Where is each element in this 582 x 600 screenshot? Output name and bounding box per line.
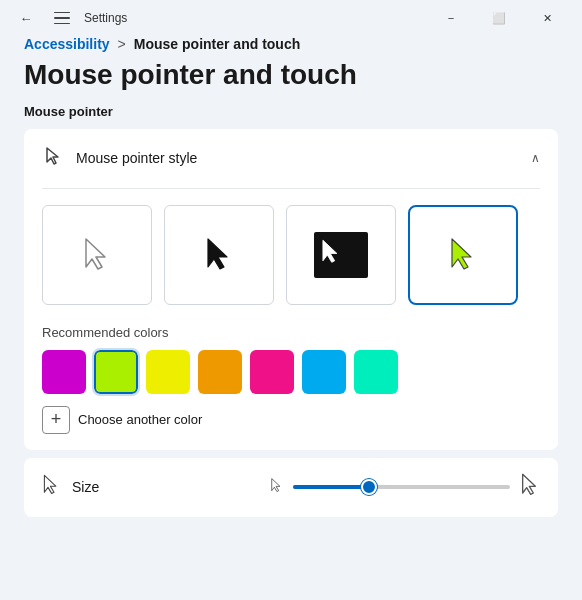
- color-swatch-3[interactable]: [198, 350, 242, 394]
- window-title: Settings: [84, 11, 127, 25]
- cursor-option-white[interactable]: [42, 205, 152, 305]
- minimize-button[interactable]: −: [428, 2, 474, 34]
- titlebar: ← Settings − ⬜ ✕: [0, 0, 582, 36]
- color-swatches: [42, 350, 540, 394]
- plus-icon: +: [42, 406, 70, 434]
- maximize-button[interactable]: ⬜: [476, 2, 522, 34]
- window-controls: − ⬜ ✕: [428, 2, 570, 34]
- colors-label: Recommended colors: [42, 325, 540, 340]
- breadcrumb-link[interactable]: Accessibility: [24, 36, 110, 52]
- style-card-title: Mouse pointer style: [76, 150, 197, 166]
- back-button[interactable]: ←: [12, 4, 40, 32]
- breadcrumb-current: Mouse pointer and touch: [134, 36, 300, 52]
- size-label: Size: [72, 479, 99, 495]
- mouse-pointer-label: Mouse pointer: [24, 104, 558, 119]
- breadcrumb-separator: >: [118, 36, 126, 52]
- cursor-option-black[interactable]: [164, 205, 274, 305]
- slider-fill: [293, 485, 369, 489]
- color-swatch-5[interactable]: [302, 350, 346, 394]
- size-cursor-icon: [42, 474, 60, 501]
- color-swatch-6[interactable]: [354, 350, 398, 394]
- style-card: Mouse pointer style ∧: [24, 129, 558, 450]
- choose-another-color[interactable]: + Choose another color: [42, 406, 540, 434]
- chevron-up-icon[interactable]: ∧: [531, 151, 540, 165]
- mouse-pointer-icon: [42, 145, 64, 172]
- size-slider[interactable]: [293, 485, 510, 489]
- choose-color-label: Choose another color: [78, 412, 202, 427]
- size-slider-area: [270, 472, 540, 503]
- slider-thumb[interactable]: [361, 479, 377, 495]
- close-button[interactable]: ✕: [524, 2, 570, 34]
- color-swatch-1[interactable]: [94, 350, 138, 394]
- size-cursor-small-icon: [270, 477, 283, 497]
- style-card-header-left: Mouse pointer style: [42, 145, 197, 172]
- colors-section: Recommended colors + Choose another colo…: [24, 321, 558, 450]
- cursor-options: [24, 189, 558, 321]
- size-card: Size: [24, 458, 558, 517]
- color-swatch-0[interactable]: [42, 350, 86, 394]
- cursor-option-inverted[interactable]: [286, 205, 396, 305]
- cursor-option-custom[interactable]: [408, 205, 518, 305]
- style-card-header[interactable]: Mouse pointer style ∧: [24, 129, 558, 188]
- size-cursor-large-icon: [520, 472, 540, 503]
- hamburger-menu[interactable]: [54, 12, 70, 25]
- color-swatch-4[interactable]: [250, 350, 294, 394]
- main-content: Accessibility > Mouse pointer and touch …: [0, 36, 582, 517]
- page-title: Mouse pointer and touch: [24, 58, 558, 92]
- titlebar-left: ← Settings: [12, 4, 127, 32]
- breadcrumb: Accessibility > Mouse pointer and touch: [24, 36, 558, 52]
- color-swatch-2[interactable]: [146, 350, 190, 394]
